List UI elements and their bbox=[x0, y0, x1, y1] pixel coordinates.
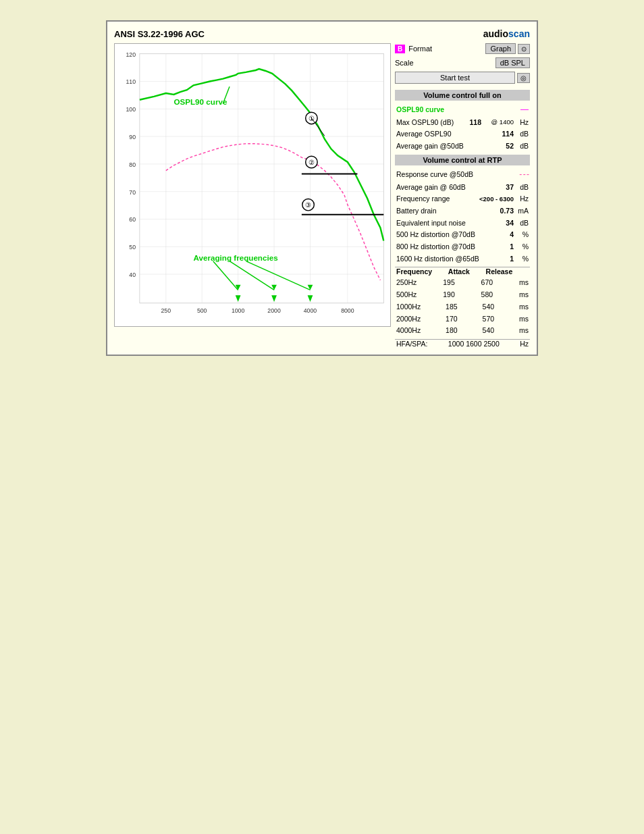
hfa-spa-row: HFA/SPA: 1000 1600 2500 Hz bbox=[395, 339, 530, 348]
dist800-label: 800 Hz distortion @70dB bbox=[396, 242, 495, 252]
svg-text:4000: 4000 bbox=[304, 307, 317, 314]
svg-text:90: 90 bbox=[129, 134, 136, 140]
battery-drain-label: Battery drain bbox=[396, 206, 495, 216]
logo: audioscan bbox=[483, 28, 530, 39]
section2-header: Volume control at RTP bbox=[395, 155, 530, 165]
svg-text:50: 50 bbox=[129, 244, 136, 251]
avg-gain50-value: 52 bbox=[495, 141, 514, 151]
avg-ospl90-label: Average OSPL90 bbox=[396, 129, 495, 139]
dist800-unit: % bbox=[514, 242, 529, 252]
section1-header: Volume control full on bbox=[395, 90, 530, 101]
dist500-label: 500 Hz distortion @70dB bbox=[396, 230, 495, 240]
dist800-value: 1 bbox=[495, 242, 514, 252]
hfa-spa-unit: Hz bbox=[520, 340, 529, 348]
ar-row-1000: 1000Hz 185 540 ms bbox=[395, 302, 530, 312]
scale-label: Scale bbox=[395, 59, 493, 67]
b-marker[interactable]: B bbox=[395, 45, 405, 53]
freq-range-value: <200 - 6300 bbox=[473, 194, 514, 203]
release-header: Release bbox=[486, 267, 513, 276]
ar-2000-freq: 2000Hz bbox=[396, 314, 421, 324]
window-title: ANSI S3.22-1996 AGC bbox=[114, 29, 205, 39]
ospl90-curve-label: OSPL90 curve bbox=[396, 105, 520, 115]
dist1600-unit: % bbox=[514, 254, 529, 264]
response-curve-label: Response curve @50dB bbox=[396, 170, 519, 180]
ar-250-attack: 195 bbox=[443, 278, 455, 288]
ar-500-unit: ms bbox=[519, 290, 529, 300]
battery-drain-unit: mA bbox=[514, 206, 529, 216]
svg-text:120: 120 bbox=[126, 51, 136, 58]
ar-4000-unit: ms bbox=[519, 325, 529, 336]
freq-header: Frequency bbox=[396, 267, 432, 276]
ar-1000-unit: ms bbox=[519, 302, 529, 312]
svg-text:70: 70 bbox=[129, 189, 136, 196]
ar-250-unit: ms bbox=[519, 278, 529, 288]
response-curve-row: Response curve @50dB - - - bbox=[395, 169, 530, 180]
ar-row-500: 500Hz 190 580 ms bbox=[395, 290, 530, 300]
format-button[interactable]: Graph bbox=[485, 43, 516, 54]
format-label: Format bbox=[408, 45, 483, 53]
ar-250-freq: 250Hz bbox=[396, 278, 417, 288]
hfa-spa-label: HFA/SPA: bbox=[396, 340, 428, 348]
avg-ospl90-unit: dB bbox=[514, 129, 529, 139]
format-icon[interactable]: ⊙ bbox=[518, 44, 530, 54]
start-test-icon[interactable]: ◎ bbox=[517, 73, 530, 83]
ar-4000-attack: 180 bbox=[446, 325, 458, 336]
ar-row-4000: 4000Hz 180 540 ms bbox=[395, 325, 530, 336]
svg-text:Averaging frequencies: Averaging frequencies bbox=[194, 253, 278, 262]
svg-text:2000: 2000 bbox=[267, 307, 281, 314]
scale-button[interactable]: dB SPL bbox=[495, 57, 530, 68]
start-test-row: Start test ◎ bbox=[395, 72, 530, 84]
ar-row-250: 250Hz 195 670 ms bbox=[395, 278, 530, 288]
svg-rect-1 bbox=[140, 54, 383, 303]
ar-row-2000: 2000Hz 170 570 ms bbox=[395, 314, 530, 324]
avg-gain60-row: Average gain @ 60dB 37 dB bbox=[395, 182, 530, 192]
ar-4000-freq: 4000Hz bbox=[396, 325, 421, 336]
graph-svg: 120 110 100 90 80 70 60 50 40 250 500 10… bbox=[115, 44, 390, 326]
freq-range-label: Frequency range bbox=[396, 194, 473, 204]
ar-500-freq: 500Hz bbox=[396, 290, 417, 300]
attack-header: Attack bbox=[448, 267, 470, 276]
ospl90-curve-row: OSPL90 curve — bbox=[395, 104, 530, 115]
svg-text:60: 60 bbox=[129, 216, 136, 223]
ar-500-attack: 190 bbox=[443, 290, 455, 300]
attack-release-header: Frequency Attack Release bbox=[395, 267, 530, 276]
svg-text:500: 500 bbox=[197, 307, 207, 314]
eq-input-noise-value: 34 bbox=[495, 218, 514, 228]
battery-drain-value: 0.73 bbox=[495, 206, 514, 216]
ar-2000-attack: 170 bbox=[446, 314, 458, 324]
hfa-spa-value: 1000 1600 2500 bbox=[448, 340, 500, 348]
avg-gain60-value: 37 bbox=[495, 182, 514, 192]
avg-gain60-unit: dB bbox=[514, 182, 529, 192]
max-ospl90-at: @ 1400 bbox=[481, 118, 514, 126]
max-ospl90-value: 118 bbox=[462, 118, 481, 128]
eq-input-noise-unit: dB bbox=[514, 218, 529, 228]
svg-text:1000: 1000 bbox=[232, 307, 245, 314]
battery-drain-row: Battery drain 0.73 mA bbox=[395, 206, 530, 216]
eq-input-noise-row: Equivalent input noise 34 dB bbox=[395, 218, 530, 228]
start-test-button[interactable]: Start test bbox=[395, 72, 515, 84]
svg-text:40: 40 bbox=[129, 271, 136, 278]
ar-1000-release: 540 bbox=[483, 302, 495, 312]
avg-ospl90-value: 114 bbox=[495, 129, 514, 139]
dist500-unit: % bbox=[514, 230, 529, 240]
eq-input-noise-label: Equivalent input noise bbox=[396, 218, 495, 228]
max-ospl90-label: Max OSPL90 (dB) bbox=[396, 118, 462, 128]
freq-range-row: Frequency range <200 - 6300 Hz bbox=[395, 194, 530, 204]
ar-4000-release: 540 bbox=[483, 325, 495, 336]
ospl90-curve-dash: — bbox=[520, 104, 529, 115]
max-ospl90-row: Max OSPL90 (dB) 118 @ 1400 Hz bbox=[395, 118, 530, 128]
right-panel: B Format Graph ⊙ Scale dB SPL Start test… bbox=[395, 43, 530, 348]
scale-row: Scale dB SPL bbox=[395, 57, 530, 68]
avg-gain60-label: Average gain @ 60dB bbox=[396, 182, 495, 192]
dist1600-value: 1 bbox=[495, 254, 514, 264]
svg-text:80: 80 bbox=[129, 161, 136, 168]
freq-range-unit: Hz bbox=[514, 194, 529, 204]
dist800-row: 800 Hz distortion @70dB 1 % bbox=[395, 242, 530, 252]
ar-2000-unit: ms bbox=[519, 314, 529, 324]
avg-gain50-unit: dB bbox=[514, 141, 529, 151]
avg-gain50-label: Average gain @50dB bbox=[396, 141, 495, 151]
title-bar: ANSI S3.22-1996 AGC audioscan bbox=[114, 28, 530, 39]
dist500-row: 500 Hz distortion @70dB 4 % bbox=[395, 230, 530, 240]
main-window: ANSI S3.22-1996 AGC audioscan bbox=[106, 20, 538, 356]
ar-1000-freq: 1000Hz bbox=[396, 302, 421, 312]
